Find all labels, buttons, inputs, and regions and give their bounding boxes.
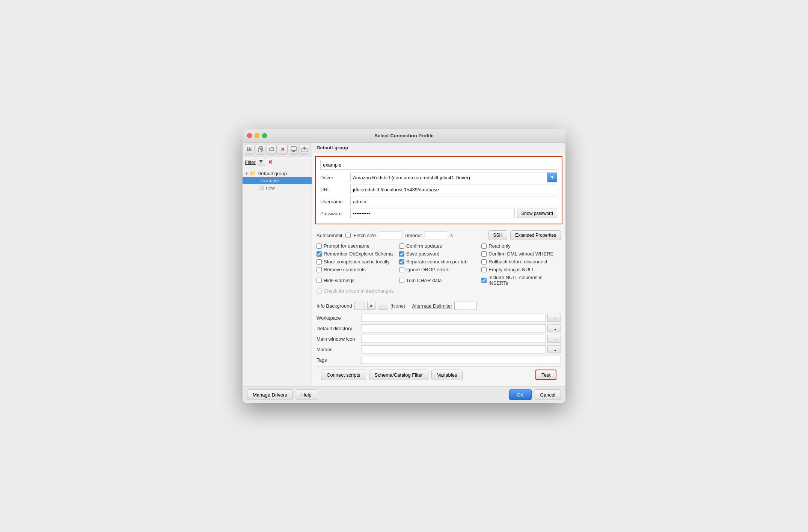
db-icon-new: ⬜	[259, 185, 264, 190]
cb-remember-schema[interactable]	[317, 251, 322, 257]
filter-icon-btn[interactable]	[257, 158, 265, 166]
cb-confirm-updates[interactable]	[399, 243, 404, 249]
svg-marker-11	[259, 160, 263, 164]
password-input[interactable]	[350, 209, 515, 218]
ssh-btn[interactable]: SSH	[488, 230, 508, 240]
cb-include-null[interactable]	[481, 278, 487, 283]
cb-save-password[interactable]	[399, 251, 404, 257]
cb-hide-warnings[interactable]	[317, 278, 322, 283]
tree-item-example[interactable]: 🔷 example	[243, 177, 312, 184]
folder-icon: 📁	[250, 170, 256, 176]
filter-clear-btn[interactable]: ✕	[266, 158, 274, 166]
tree-group-default[interactable]: ▼ 📁 Default group	[243, 170, 312, 177]
import-btn[interactable]	[289, 144, 298, 155]
cb-prompt-username[interactable]	[317, 243, 322, 249]
export-btn[interactable]	[300, 144, 309, 155]
help-btn[interactable]: Help	[296, 389, 317, 400]
db-icon: 🔷	[254, 178, 259, 183]
timeout-input[interactable]	[425, 231, 447, 239]
cb-label: Confirm updates	[406, 243, 442, 249]
sidebar-toolbar: ✕	[243, 143, 312, 156]
info-bg-browse-btn[interactable]: ...	[378, 302, 388, 310]
main-window-icon-browse-btn[interactable]: ...	[547, 335, 561, 343]
schema-catalog-filter-btn[interactable]: Schema/Catalog Filter	[369, 370, 429, 380]
tree-item-new[interactable]: ⬜ new	[243, 184, 312, 191]
cb-separate-conn[interactable]	[399, 259, 404, 264]
tree-area: ▼ 📁 Default group 🔷 example ⬜ new	[243, 168, 312, 386]
checkbox-ignore-drop: Ignore DROP errors	[399, 267, 479, 272]
connection-name-input[interactable]	[320, 160, 557, 170]
macros-row: Macros ...	[317, 345, 561, 353]
cb-label: Include NULL columns in INSERTs	[488, 275, 561, 286]
sidebar: ✕ Filter ✕ ▼ 📁	[243, 143, 312, 386]
filter-label[interactable]: Filter	[245, 159, 256, 165]
cb-store-completion[interactable]	[317, 259, 322, 264]
window: Select Connection Profile ✕	[243, 129, 565, 403]
username-label: Username	[320, 199, 350, 204]
default-dir-input[interactable]	[362, 324, 546, 332]
cancel-btn[interactable]: Cancel	[535, 389, 561, 400]
alt-delimiter-input[interactable]	[454, 302, 477, 310]
close-button[interactable]	[247, 133, 252, 138]
cb-ignore-drop[interactable]	[399, 267, 404, 272]
settings-top-row: Autocommit Fetch size Timeout s SSH Exte…	[317, 230, 561, 240]
cb-empty-string[interactable]	[481, 267, 487, 272]
main-window-icon-row: Main window icon ...	[317, 335, 561, 343]
default-dir-browse-btn[interactable]: ...	[547, 324, 561, 332]
cb-confirm-dml[interactable]	[481, 251, 487, 257]
alt-delimiter-label[interactable]: Alternate Delimiter	[412, 303, 452, 309]
checkbox-remove-comments: Remove comments	[317, 267, 396, 272]
filter-area: Filter ✕	[243, 156, 312, 168]
url-label: URL	[320, 187, 350, 192]
settings-area: Autocommit Fetch size Timeout s SSH Exte…	[312, 227, 565, 386]
variables-btn[interactable]: Variables	[431, 370, 463, 380]
checkbox-trim-char: Trim CHAR data	[399, 275, 479, 286]
driver-select[interactable]: Amazon Redshift (com.amazon.redshift.jdb…	[350, 173, 557, 182]
new-folder-btn[interactable]	[267, 144, 276, 155]
maximize-button[interactable]	[262, 133, 267, 138]
cb-read-only[interactable]	[481, 243, 487, 249]
manage-drivers-btn[interactable]: Manage Drivers	[247, 389, 293, 400]
delete-btn[interactable]: ✕	[278, 144, 288, 155]
cb-uncommitted[interactable]	[317, 289, 322, 294]
ok-btn[interactable]: OK	[509, 389, 532, 400]
workspace-browse-btn[interactable]: ...	[547, 314, 561, 322]
timeout-unit: s	[450, 233, 453, 238]
driver-row: Driver Amazon Redshift (com.amazon.redsh…	[320, 173, 557, 182]
tags-input[interactable]	[362, 356, 561, 364]
tree-item-label-new: new	[266, 185, 275, 191]
driver-dropdown-arrow[interactable]: ▼	[547, 173, 557, 182]
autocommit-checkbox[interactable]	[345, 233, 351, 238]
test-btn[interactable]: Test	[535, 370, 556, 380]
connection-form: Driver Amazon Redshift (com.amazon.redsh…	[315, 156, 562, 224]
copy-connection-btn[interactable]	[256, 144, 265, 155]
cb-trim-char[interactable]	[399, 278, 404, 283]
connect-scripts-btn[interactable]: Connect scripts	[321, 370, 366, 380]
default-dir-label: Default directory	[317, 326, 362, 331]
cb-label: Empty string is NULL	[488, 267, 534, 272]
workspace-input[interactable]	[362, 314, 546, 322]
new-connection-btn[interactable]	[245, 144, 255, 155]
username-input[interactable]	[350, 197, 557, 206]
info-bg-swatch[interactable]	[354, 302, 365, 310]
cb-remove-comments[interactable]	[317, 267, 322, 272]
show-password-btn[interactable]: Show password	[517, 209, 557, 218]
info-bg-clear-btn[interactable]: ✕	[367, 302, 375, 310]
cb-label: Save password	[406, 251, 440, 257]
tags-label: Tags	[317, 357, 362, 363]
password-label: Password	[320, 211, 350, 216]
fetch-size-input[interactable]	[379, 231, 401, 239]
url-row: URL	[320, 185, 557, 194]
checkbox-uncommitted: Check for uncommitted changes	[317, 288, 396, 294]
svg-rect-4	[258, 148, 262, 152]
main-window-icon-input[interactable]	[362, 335, 546, 343]
macros-input[interactable]	[362, 345, 546, 353]
tree-item-label: example	[261, 178, 279, 183]
macros-label: Macros	[317, 347, 362, 352]
minimize-button[interactable]	[255, 133, 259, 138]
extended-props-btn[interactable]: Extended Properties	[510, 230, 561, 240]
macros-browse-btn[interactable]: ...	[547, 345, 561, 353]
cb-rollback[interactable]	[481, 259, 487, 264]
url-input[interactable]	[350, 185, 557, 194]
window-title: Select Connection Profile	[374, 133, 433, 138]
